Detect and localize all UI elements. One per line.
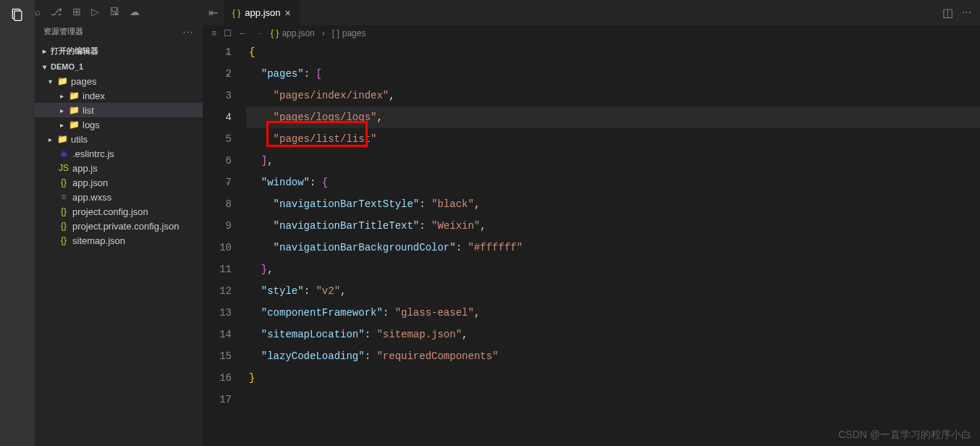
tabs-bar: ⇤ { } app.json × ◫ ···	[203, 0, 980, 25]
watermark: CSDN @一直学习的程序小白	[838, 429, 971, 442]
chevron-right-icon: ▸	[58, 92, 65, 100]
file-appjson[interactable]: {} app.json	[35, 175, 203, 190]
fold-icon[interactable]: ⌄	[226, 172, 230, 193]
breadcrumb-path[interactable]: [ ] pages	[332, 28, 366, 38]
json-icon: {}	[58, 235, 69, 246]
folder-icon: 📁	[68, 90, 80, 101]
explorer-icon[interactable]	[9, 6, 26, 23]
folder-icon: 📁	[56, 133, 68, 145]
chevron-right-icon: ▸	[58, 121, 65, 129]
sidebar-title: 资源管理器	[43, 26, 83, 37]
gutter: ⌄1 ⌄2 3 4 5 6 ⌄7 8 9 10 11 12 13 14 15 1…	[203, 41, 246, 446]
eslint-icon: ◉	[58, 148, 69, 159]
debug-icon[interactable]: ▷	[91, 6, 99, 17]
svg-rect-1	[14, 11, 22, 20]
activity-bar	[0, 0, 35, 446]
folder-icon: 📁	[68, 119, 80, 130]
file-appwxss[interactable]: ≡ app.wxss	[35, 190, 203, 204]
bookmark-icon[interactable]: ☐	[224, 28, 232, 38]
editor-body[interactable]: ⌄1 ⌄2 3 4 5 6 ⌄7 8 9 10 11 12 13 14 15 1…	[203, 41, 980, 446]
folder-icon: 📁	[56, 75, 68, 87]
fold-icon[interactable]: ⌄	[226, 41, 230, 63]
tab-appjson[interactable]: { } app.json ×	[224, 0, 300, 25]
chevron-down-icon: ▾	[46, 77, 54, 85]
top-toolbar: ⌕ ⎇ ⊞ ▷ 🖫 ☁	[35, 6, 140, 17]
sidebar: 资源管理器 ··· ▸ 打开的编辑器 ▾ DEMO_1 ▾ 📁 pages ▸ …	[35, 0, 203, 446]
folder-index[interactable]: ▸ 📁 index	[35, 88, 203, 103]
json-icon: {}	[58, 177, 69, 188]
folder-pages[interactable]: ▾ 📁 pages	[35, 74, 203, 88]
folder-utils[interactable]: ▸ 📁 utils	[35, 132, 203, 146]
breadcrumb-file[interactable]: { } app.json	[271, 28, 315, 38]
json-icon: { }	[232, 8, 240, 18]
array-icon: [ ]	[332, 28, 339, 38]
search-icon[interactable]: ⌕	[35, 6, 41, 17]
box-icon[interactable]: ⊞	[72, 6, 81, 17]
breadcrumb-bar: ≡ ☐ ← → { } app.json › [ ] pages	[203, 25, 980, 41]
wxss-icon: ≡	[58, 191, 69, 203]
sidebar-header: 资源管理器 ···	[35, 20, 203, 43]
collapse-icon[interactable]: ⇤	[208, 6, 218, 20]
close-icon[interactable]: ×	[285, 7, 291, 19]
file-projectprivate[interactable]: {} project.private.config.json	[35, 219, 203, 233]
forward-icon[interactable]: →	[255, 28, 263, 38]
chevron-right-icon: ▸	[41, 47, 48, 55]
scm-icon[interactable]: ⎇	[51, 6, 62, 17]
folder-logs[interactable]: ▸ 📁 logs	[35, 117, 203, 132]
open-editors-section[interactable]: ▸ 打开的编辑器	[35, 43, 203, 59]
more-icon[interactable]: ···	[962, 6, 971, 20]
json-icon: {}	[58, 220, 69, 232]
chevron-down-icon: ▾	[41, 63, 48, 71]
file-sitemap[interactable]: {} sitemap.json	[35, 233, 203, 248]
file-eslintrc[interactable]: ◉ .eslintrc.js	[35, 146, 203, 161]
back-icon[interactable]: ←	[239, 28, 248, 38]
project-section[interactable]: ▾ DEMO_1	[35, 59, 203, 74]
cloud-icon[interactable]: ☁	[130, 6, 140, 17]
more-icon[interactable]: ···	[183, 28, 194, 36]
json-icon: {}	[58, 206, 69, 217]
chevron-right-icon: ▸	[58, 106, 65, 114]
folder-icon: 📁	[68, 104, 80, 116]
fold-icon[interactable]: ⌄	[226, 63, 230, 85]
editor-area: ⇤ { } app.json × ◫ ··· ≡ ☐ ← → { } app.j…	[203, 0, 980, 446]
chevron-right-icon: ▸	[46, 135, 54, 143]
save-icon[interactable]: 🖫	[109, 6, 119, 17]
json-icon: { }	[271, 28, 279, 38]
list-icon[interactable]: ≡	[211, 28, 216, 38]
file-projectconfig[interactable]: {} project.config.json	[35, 204, 203, 219]
folder-list[interactable]: ▸ 📁 list	[35, 103, 203, 117]
breadcrumb-sep: ›	[322, 28, 325, 38]
js-icon: JS	[58, 162, 69, 174]
file-appjs[interactable]: JS app.js	[35, 161, 203, 175]
split-icon[interactable]: ◫	[942, 6, 953, 20]
code-content[interactable]: { "pages": [ "pages/index/index", "pages…	[246, 41, 980, 446]
